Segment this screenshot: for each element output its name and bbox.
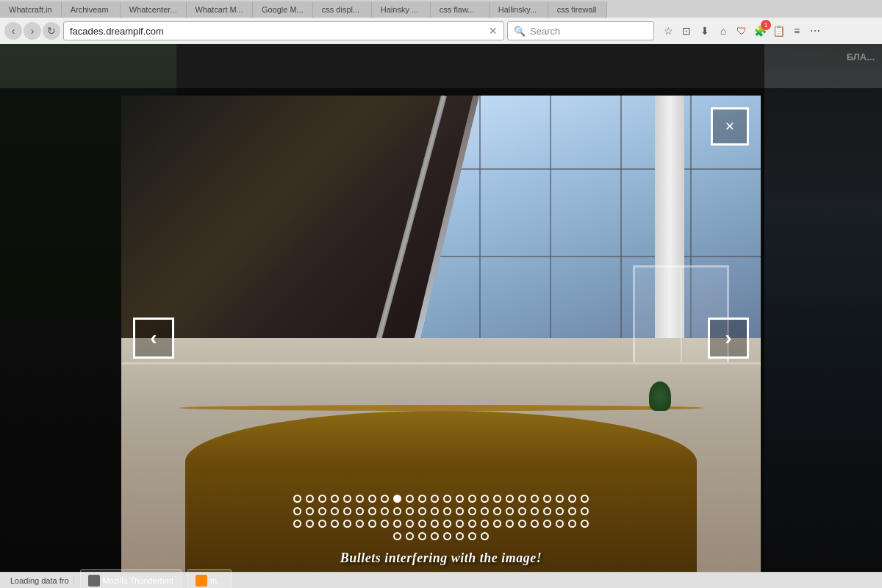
bullet-3-14[interactable] <box>456 520 464 528</box>
taskbar-thunderbird[interactable]: Mozilla Thunderbird <box>80 569 182 589</box>
bullet-3-11[interactable] <box>418 520 426 528</box>
bullet-3-19[interactable] <box>518 520 526 528</box>
address-bar[interactable]: facades.dreampif.com ✕ <box>63 21 504 40</box>
bullet-3-15[interactable] <box>468 520 476 528</box>
bullet-3-17[interactable] <box>493 520 501 528</box>
close-button[interactable]: × <box>711 107 749 146</box>
bullet-1-7[interactable] <box>368 495 376 503</box>
bullet-2-23[interactable] <box>568 507 576 515</box>
bullet-1-14[interactable] <box>456 495 464 503</box>
bullet-1-24[interactable] <box>581 495 589 503</box>
bullet-2-19[interactable] <box>518 507 526 515</box>
star-icon[interactable]: ☆ <box>660 23 676 39</box>
bullet-2-7[interactable] <box>368 507 376 515</box>
bullet-3-18[interactable] <box>506 520 514 528</box>
bullet-3-24[interactable] <box>581 520 589 528</box>
bullet-3-4[interactable] <box>331 520 339 528</box>
bullet-2-22[interactable] <box>556 507 564 515</box>
tab-archiveam[interactable]: Archiveam <box>62 1 121 18</box>
bullet-1-12[interactable] <box>431 495 439 503</box>
bullet-4-7[interactable] <box>468 532 476 540</box>
bullet-1-21[interactable] <box>543 495 551 503</box>
bullet-4-2[interactable] <box>406 532 414 540</box>
bullet-1-8[interactable] <box>381 495 389 503</box>
bullet-2-2[interactable] <box>306 507 314 515</box>
bullet-4-5[interactable] <box>443 532 451 540</box>
tab-whatcraft[interactable]: Whatcraft.in <box>0 1 62 18</box>
bullet-1-11[interactable] <box>418 495 426 503</box>
bullet-2-10[interactable] <box>406 507 414 515</box>
bullet-2-6[interactable] <box>356 507 364 515</box>
bullet-2-15[interactable] <box>468 507 476 515</box>
bullet-1-2[interactable] <box>306 495 314 503</box>
bullet-3-5[interactable] <box>343 520 351 528</box>
bullet-3-16[interactable] <box>481 520 489 528</box>
bullet-3-7[interactable] <box>368 520 376 528</box>
bullet-2-11[interactable] <box>418 507 426 515</box>
taskbar-m[interactable]: m... <box>187 569 232 589</box>
refresh-button[interactable]: ↻ <box>43 22 60 40</box>
bullet-3-13[interactable] <box>443 520 451 528</box>
bullet-1-6[interactable] <box>356 495 364 503</box>
bullet-1-17[interactable] <box>493 495 501 503</box>
bullet-1-23[interactable] <box>568 495 576 503</box>
bullet-2-13[interactable] <box>443 507 451 515</box>
bullet-3-3[interactable] <box>318 520 326 528</box>
bullet-2-3[interactable] <box>318 507 326 515</box>
address-clear-button[interactable]: ✕ <box>489 25 498 37</box>
bullet-2-12[interactable] <box>431 507 439 515</box>
home-icon[interactable]: ⌂ <box>715 23 731 39</box>
bullet-3-1[interactable] <box>293 520 301 528</box>
tab-cssfirewall[interactable]: css firewall <box>548 1 607 18</box>
bullet-2-5[interactable] <box>343 507 351 515</box>
tab-hallinsky[interactable]: Hallinsky... <box>490 1 548 18</box>
menu-button[interactable]: ≡ <box>789 23 805 39</box>
bullet-3-8[interactable] <box>381 520 389 528</box>
bullet-1-19[interactable] <box>518 495 526 503</box>
bullet-2-17[interactable] <box>493 507 501 515</box>
download-icon[interactable]: ⬇ <box>697 23 713 39</box>
prev-button[interactable]: ‹ <box>133 318 174 359</box>
bullet-1-18[interactable] <box>506 495 514 503</box>
back-button[interactable]: ‹ <box>4 22 22 40</box>
bullet-1-9[interactable] <box>393 495 401 503</box>
bullet-1-22[interactable] <box>556 495 564 503</box>
bullet-4-1[interactable] <box>393 532 401 540</box>
bullet-1-10[interactable] <box>406 495 414 503</box>
bullet-2-18[interactable] <box>506 507 514 515</box>
tab-whatcenter[interactable]: Whatcenter... <box>121 1 187 18</box>
bullet-3-10[interactable] <box>406 520 414 528</box>
bullet-1-20[interactable] <box>531 495 539 503</box>
bullet-4-4[interactable] <box>431 532 439 540</box>
bullet-4-8[interactable] <box>481 532 489 540</box>
bullet-2-9[interactable] <box>393 507 401 515</box>
bullet-2-20[interactable] <box>531 507 539 515</box>
bullet-4-3[interactable] <box>418 532 426 540</box>
bullet-1-16[interactable] <box>481 495 489 503</box>
shield-icon[interactable]: 🛡 <box>734 23 750 39</box>
next-button[interactable]: › <box>708 318 749 359</box>
bullet-2-16[interactable] <box>481 507 489 515</box>
bullet-2-21[interactable] <box>543 507 551 515</box>
bullet-1-4[interactable] <box>331 495 339 503</box>
clipboard-icon[interactable]: 📋 <box>770 23 786 39</box>
bullet-1-13[interactable] <box>443 495 451 503</box>
bullet-3-9[interactable] <box>393 520 401 528</box>
forward-button[interactable]: › <box>24 22 41 40</box>
bullet-1-15[interactable] <box>468 495 476 503</box>
search-box[interactable]: 🔍 Search <box>507 21 654 40</box>
bullet-3-20[interactable] <box>531 520 539 528</box>
bullet-2-14[interactable] <box>456 507 464 515</box>
tab-css[interactable]: css displ... <box>313 1 372 18</box>
bullet-4-6[interactable] <box>456 532 464 540</box>
bullet-2-1[interactable] <box>293 507 301 515</box>
bullet-1-5[interactable] <box>343 495 351 503</box>
bullet-2-4[interactable] <box>331 507 339 515</box>
tab-cssflaw[interactable]: css flaw... <box>431 1 490 18</box>
bullet-3-22[interactable] <box>556 520 564 528</box>
tab-hainsky[interactable]: Hainsky ... <box>372 1 431 18</box>
bullet-3-23[interactable] <box>568 520 576 528</box>
bullet-3-21[interactable] <box>543 520 551 528</box>
bullet-1-3[interactable] <box>318 495 326 503</box>
bullet-2-8[interactable] <box>381 507 389 515</box>
